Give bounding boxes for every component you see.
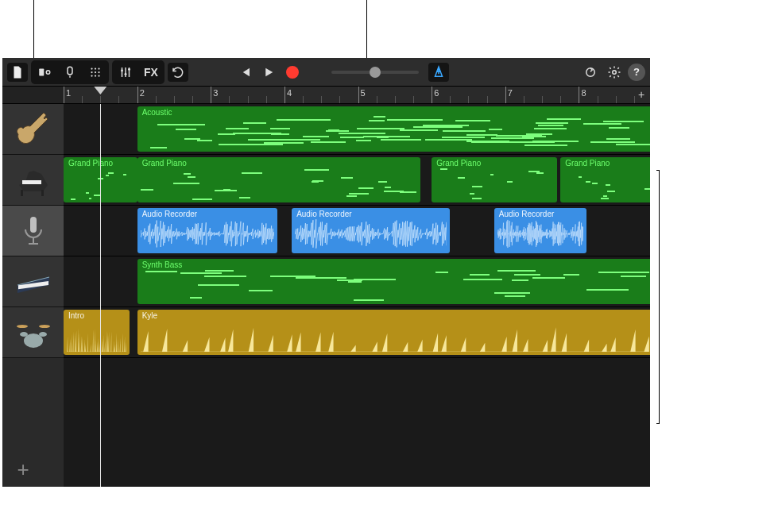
tracks-area: + AcousticGrand PianoGrand PianoGrand Pi… [2, 104, 650, 487]
region[interactable]: Acoustic [137, 106, 650, 152]
track-controls-button[interactable] [115, 63, 136, 82]
region-label: Audio Recorder [142, 210, 197, 218]
ruler-bar-number: 3 [213, 88, 218, 98]
region-label: Kyle [142, 311, 157, 320]
view-group [31, 60, 109, 84]
region-label: Grand Piano [565, 159, 610, 168]
metronome-button[interactable] [428, 63, 449, 82]
track-header-vocals[interactable] [2, 206, 64, 256]
garageband-tracks-window: FX ? [2, 58, 650, 487]
region[interactable]: Grand Piano [432, 157, 556, 202]
timeline[interactable]: AcousticGrand PianoGrand PianoGrand Pian… [64, 104, 650, 487]
keyboard-icon [14, 263, 52, 301]
region-label: Synth Bass [142, 260, 183, 269]
svg-rect-16 [22, 180, 41, 184]
record-button[interactable] [282, 63, 303, 82]
svg-point-11 [121, 69, 123, 71]
region[interactable]: Audio Recorder [137, 208, 277, 253]
help-icon: ? [633, 66, 640, 78]
loop-browser-button[interactable] [85, 63, 106, 82]
my-songs-button[interactable] [7, 63, 28, 82]
controls-group: FX [112, 60, 165, 84]
guitar-icon [14, 110, 52, 148]
instrument-button[interactable] [60, 63, 80, 82]
ruler-bar-number: 2 [140, 88, 145, 98]
svg-point-2 [91, 67, 92, 69]
region[interactable]: Grand Piano [64, 157, 137, 202]
region[interactable]: Kyle [137, 310, 650, 355]
volume-thumb[interactable] [370, 67, 381, 78]
track-header-piano[interactable] [2, 155, 64, 206]
track-lane-acoustic[interactable]: Acoustic [64, 104, 650, 155]
go-to-beginning-button[interactable] [234, 63, 255, 82]
ruler-bar-number: 4 [287, 88, 292, 98]
svg-point-13 [128, 67, 130, 70]
add-track-button[interactable]: + [10, 457, 36, 482]
microphone-icon [14, 212, 52, 250]
region-label: Audio Recorder [499, 210, 554, 218]
svg-rect-0 [39, 68, 44, 75]
region[interactable]: Audio Recorder [494, 208, 586, 253]
svg-point-3 [95, 67, 96, 69]
svg-rect-17 [21, 190, 23, 196]
ruler-bar-number: 1 [66, 88, 71, 98]
volume-slider[interactable] [331, 71, 419, 74]
track-lane-vocals[interactable]: Audio RecorderAudio RecorderAudio Record… [64, 206, 650, 256]
ruler-row: + 12345678 [2, 87, 650, 104]
track-headers: + [2, 104, 64, 487]
region[interactable]: Grand Piano [560, 157, 650, 202]
region-label: Grand Piano [142, 159, 187, 168]
svg-point-9 [95, 75, 96, 76]
track-header-synth[interactable] [2, 256, 64, 307]
svg-point-8 [91, 75, 92, 76]
track-lane-synth[interactable]: Synth Bass [64, 256, 650, 307]
svg-point-23 [39, 332, 47, 337]
fx-button[interactable]: FX [141, 63, 161, 82]
help-button[interactable]: ? [628, 64, 645, 81]
browser-button[interactable] [34, 63, 55, 82]
region-label: Grand Piano [436, 159, 481, 168]
svg-point-14 [586, 67, 595, 76]
region-label: Audio Recorder [296, 210, 351, 218]
zoom-add-button[interactable]: + [636, 89, 647, 100]
track-header-acoustic[interactable] [2, 104, 64, 155]
svg-point-12 [125, 72, 127, 75]
track-header-drums[interactable] [2, 307, 64, 358]
region[interactable]: Grand Piano [137, 157, 421, 202]
svg-point-6 [95, 71, 96, 72]
region[interactable]: Synth Bass [137, 259, 650, 304]
svg-point-10 [98, 75, 99, 76]
ruler-bar-number: 7 [508, 88, 513, 98]
settings-button[interactable] [604, 63, 625, 82]
region[interactable]: Audio Recorder [292, 208, 450, 253]
callout-bracket-timeline [656, 170, 660, 424]
track-lane-drums[interactable]: IntroKyle [64, 307, 650, 358]
svg-point-15 [613, 70, 617, 74]
undo-button[interactable] [168, 63, 188, 82]
svg-point-4 [98, 67, 99, 69]
svg-point-5 [91, 71, 92, 72]
svg-rect-19 [30, 217, 37, 233]
playhead[interactable] [94, 87, 106, 96]
region[interactable]: Intro [64, 310, 130, 355]
svg-point-7 [98, 71, 99, 72]
piano-icon [14, 161, 52, 199]
play-button[interactable] [258, 63, 279, 82]
toolbar: FX ? [2, 58, 650, 87]
callout-line-tracks [33, 0, 34, 60]
svg-rect-18 [41, 190, 44, 196]
record-icon [286, 66, 299, 79]
svg-point-25 [39, 325, 50, 328]
ruler-bar-number: 8 [581, 88, 586, 98]
region-label: Grand Piano [68, 159, 113, 168]
svg-point-1 [46, 70, 50, 74]
ruler[interactable]: + 12345678 [64, 87, 650, 103]
drums-icon [14, 314, 52, 352]
ruler-bar-number: 6 [434, 88, 439, 98]
region-label: Intro [68, 311, 84, 320]
region-label: Acoustic [142, 108, 172, 117]
ruler-gutter [2, 87, 64, 103]
loop-button[interactable] [580, 63, 601, 82]
ruler-bar-number: 5 [361, 88, 366, 98]
track-lane-piano[interactable]: Grand PianoGrand PianoGrand PianoGrand P… [64, 155, 650, 206]
